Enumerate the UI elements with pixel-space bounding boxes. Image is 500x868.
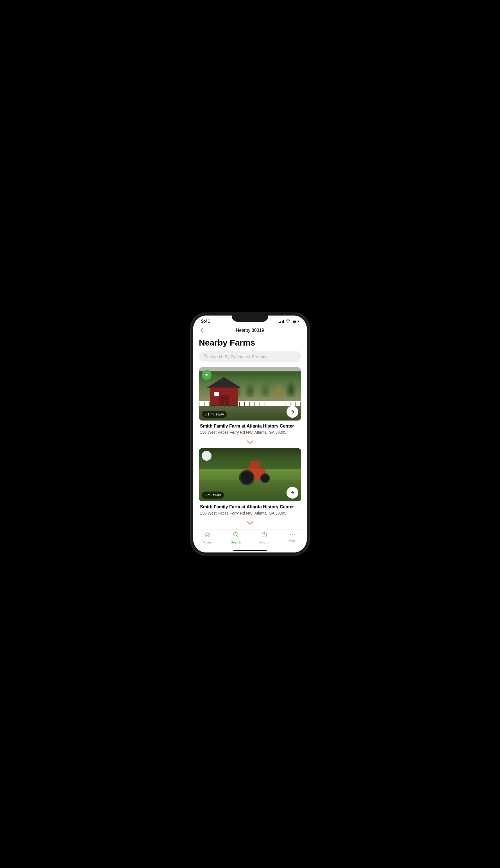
heart-filled-icon: ♥ bbox=[205, 372, 208, 378]
page-title: Nearby Farms bbox=[193, 335, 307, 351]
tab-history-label: History bbox=[259, 541, 269, 544]
navigate-button-2[interactable] bbox=[286, 487, 298, 498]
home-indicator bbox=[193, 549, 307, 552]
farm-address-2: 130 West Paces Ferry Rd NW, Atlanta, GA … bbox=[200, 511, 300, 515]
back-button[interactable] bbox=[199, 327, 205, 333]
home-indicator-bar bbox=[233, 550, 267, 551]
battery-icon bbox=[292, 320, 299, 323]
farm-card-1: ♥ 3.1 mi away Smith Family Farm at Atlan… bbox=[199, 367, 301, 436]
tab-menu[interactable]: Menu bbox=[284, 532, 301, 544]
search-icon bbox=[203, 354, 208, 359]
expand-button-1[interactable] bbox=[193, 438, 307, 448]
farm-info-1: Smith Family Farm at Atlanta History Cen… bbox=[199, 421, 301, 436]
tab-bar: Home Search History bbox=[193, 529, 307, 549]
farm-info-2: Smith Family Farm at Atlanta History Cen… bbox=[199, 501, 301, 517]
signal-icon bbox=[279, 320, 284, 323]
expand-button-2[interactable] bbox=[193, 519, 307, 529]
phone-screen: 9:41 bbox=[193, 316, 307, 552]
status-icons bbox=[279, 319, 299, 324]
phone-device: 9:41 bbox=[191, 313, 309, 555]
nav-title: Nearby 30319 bbox=[236, 328, 264, 333]
status-time: 9:41 bbox=[201, 319, 210, 324]
tab-search[interactable]: Search bbox=[228, 532, 245, 544]
tab-search-label: Search bbox=[231, 541, 241, 544]
navigate-button-1[interactable] bbox=[286, 406, 298, 418]
heart-outline-icon: ♡ bbox=[204, 453, 209, 459]
farm-address-1: 130 West Paces Ferry Rd NW, Atlanta, GA … bbox=[200, 430, 300, 435]
search-placeholder: Search By Zipcode or Produce bbox=[210, 354, 268, 359]
scroll-content[interactable]: Nearby Farms Search By Zipcode or Produc… bbox=[193, 335, 307, 529]
tab-home-label: Home bbox=[203, 541, 212, 544]
farm-name-2: Smith Family Farm at Atlanta History Cen… bbox=[200, 504, 300, 510]
menu-icon bbox=[290, 532, 295, 538]
farm-image-2: ♡ 6 mi away bbox=[199, 448, 301, 501]
farm-image-1: ♥ 3.1 mi away bbox=[199, 367, 301, 421]
phone-notch bbox=[232, 313, 268, 322]
search-bar[interactable]: Search By Zipcode or Produce bbox=[199, 351, 301, 362]
distance-badge-1: 3.1 mi away bbox=[202, 411, 227, 418]
tab-menu-label: Menu bbox=[289, 539, 297, 542]
distance-badge-2: 6 mi away bbox=[202, 492, 224, 498]
farm-card-2: ♡ 6 mi away Smith Family Farm at Atlanta… bbox=[199, 448, 301, 517]
tab-history[interactable]: History bbox=[256, 532, 273, 544]
search-tab-icon bbox=[233, 532, 239, 540]
favorite-button-2[interactable]: ♡ bbox=[202, 451, 212, 461]
home-icon bbox=[204, 532, 211, 540]
tab-home[interactable]: Home bbox=[199, 532, 216, 544]
farm-name-1: Smith Family Farm at Atlanta History Cen… bbox=[200, 423, 300, 429]
tractor bbox=[238, 463, 274, 485]
favorite-button-1[interactable]: ♥ bbox=[202, 370, 212, 380]
wifi-icon bbox=[286, 319, 290, 324]
nav-header: Nearby 30319 bbox=[193, 326, 307, 335]
history-icon bbox=[261, 532, 268, 540]
